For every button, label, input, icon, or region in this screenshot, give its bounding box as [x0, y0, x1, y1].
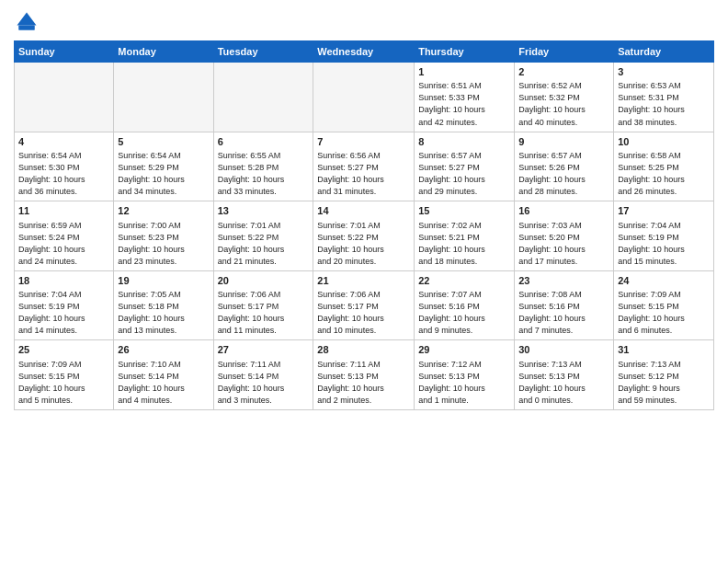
- calendar-week-4: 18Sunrise: 7:04 AM Sunset: 5:19 PM Dayli…: [15, 270, 714, 340]
- logo: [14, 9, 43, 35]
- day-info: Sunrise: 7:05 AM Sunset: 5:18 PM Dayligh…: [118, 289, 209, 337]
- day-number: 16: [518, 204, 609, 218]
- calendar-header-saturday: Saturday: [614, 41, 714, 63]
- calendar-cell: 26Sunrise: 7:10 AM Sunset: 5:14 PM Dayli…: [114, 340, 213, 410]
- calendar-header-wednesday: Wednesday: [313, 41, 415, 63]
- calendar-cell: [114, 63, 213, 132]
- day-info: Sunrise: 7:03 AM Sunset: 5:20 PM Dayligh…: [518, 220, 609, 268]
- day-info: Sunrise: 7:02 AM Sunset: 5:21 PM Dayligh…: [418, 220, 510, 268]
- calendar-cell: 22Sunrise: 7:07 AM Sunset: 5:16 PM Dayli…: [415, 270, 515, 340]
- day-info: Sunrise: 7:00 AM Sunset: 5:23 PM Dayligh…: [118, 220, 209, 268]
- calendar-cell: 14Sunrise: 7:01 AM Sunset: 5:22 PM Dayli…: [313, 201, 415, 271]
- day-number: 30: [518, 343, 609, 357]
- calendar-cell: 2Sunrise: 6:52 AM Sunset: 5:32 PM Daylig…: [515, 63, 614, 132]
- calendar-week-1: 1Sunrise: 6:51 AM Sunset: 5:33 PM Daylig…: [15, 63, 714, 132]
- calendar-cell: 31Sunrise: 7:13 AM Sunset: 5:12 PM Dayli…: [614, 340, 714, 410]
- day-info: Sunrise: 7:12 AM Sunset: 5:13 PM Dayligh…: [418, 359, 510, 407]
- day-number: 6: [218, 135, 310, 149]
- svg-rect-1: [18, 26, 35, 30]
- calendar-cell: 21Sunrise: 7:06 AM Sunset: 5:17 PM Dayli…: [313, 270, 415, 340]
- calendar-cell: 23Sunrise: 7:08 AM Sunset: 5:16 PM Dayli…: [515, 270, 614, 340]
- svg-marker-0: [17, 13, 37, 26]
- day-info: Sunrise: 7:13 AM Sunset: 5:12 PM Dayligh…: [618, 359, 710, 407]
- calendar-cell: [213, 63, 313, 132]
- day-number: 1: [418, 65, 510, 79]
- calendar-cell: 5Sunrise: 6:54 AM Sunset: 5:29 PM Daylig…: [114, 132, 213, 201]
- day-number: 14: [317, 204, 410, 218]
- calendar-header-monday: Monday: [114, 41, 213, 63]
- calendar-week-3: 11Sunrise: 6:59 AM Sunset: 5:24 PM Dayli…: [15, 201, 714, 271]
- calendar-cell: 18Sunrise: 7:04 AM Sunset: 5:19 PM Dayli…: [15, 270, 114, 340]
- day-info: Sunrise: 7:01 AM Sunset: 5:22 PM Dayligh…: [317, 220, 410, 268]
- day-info: Sunrise: 7:11 AM Sunset: 5:13 PM Dayligh…: [317, 359, 410, 407]
- day-number: 20: [218, 274, 310, 288]
- day-number: 28: [317, 343, 410, 357]
- day-info: Sunrise: 6:57 AM Sunset: 5:27 PM Dayligh…: [418, 150, 510, 198]
- calendar-cell: 20Sunrise: 7:06 AM Sunset: 5:17 PM Dayli…: [213, 270, 313, 340]
- calendar-cell: 6Sunrise: 6:55 AM Sunset: 5:28 PM Daylig…: [213, 132, 313, 201]
- calendar-cell: 8Sunrise: 6:57 AM Sunset: 5:27 PM Daylig…: [415, 132, 515, 201]
- day-number: 13: [218, 204, 310, 218]
- day-number: 3: [618, 65, 710, 79]
- calendar-header-row: SundayMondayTuesdayWednesdayThursdayFrid…: [15, 41, 714, 63]
- calendar-cell: 30Sunrise: 7:13 AM Sunset: 5:13 PM Dayli…: [515, 340, 614, 410]
- calendar-cell: 16Sunrise: 7:03 AM Sunset: 5:20 PM Dayli…: [515, 201, 614, 271]
- day-number: 31: [618, 343, 710, 357]
- day-number: 17: [618, 204, 710, 218]
- calendar-cell: 1Sunrise: 6:51 AM Sunset: 5:33 PM Daylig…: [415, 63, 515, 132]
- calendar-table: SundayMondayTuesdayWednesdayThursdayFrid…: [14, 40, 714, 410]
- day-number: 27: [218, 343, 310, 357]
- calendar-cell: 24Sunrise: 7:09 AM Sunset: 5:15 PM Dayli…: [614, 270, 714, 340]
- day-number: 22: [418, 274, 510, 288]
- day-number: 24: [618, 274, 710, 288]
- calendar-cell: 29Sunrise: 7:12 AM Sunset: 5:13 PM Dayli…: [415, 340, 515, 410]
- logo-icon: [14, 9, 40, 35]
- calendar-cell: 28Sunrise: 7:11 AM Sunset: 5:13 PM Dayli…: [313, 340, 415, 410]
- day-info: Sunrise: 6:57 AM Sunset: 5:26 PM Dayligh…: [518, 150, 609, 198]
- day-number: 7: [317, 135, 410, 149]
- calendar-cell: 15Sunrise: 7:02 AM Sunset: 5:21 PM Dayli…: [415, 201, 515, 271]
- day-info: Sunrise: 7:04 AM Sunset: 5:19 PM Dayligh…: [618, 220, 710, 268]
- day-number: 8: [418, 135, 510, 149]
- day-info: Sunrise: 7:01 AM Sunset: 5:22 PM Dayligh…: [218, 220, 310, 268]
- calendar-header-tuesday: Tuesday: [213, 41, 313, 63]
- calendar-cell: 11Sunrise: 6:59 AM Sunset: 5:24 PM Dayli…: [15, 201, 114, 271]
- calendar-cell: 27Sunrise: 7:11 AM Sunset: 5:14 PM Dayli…: [213, 340, 313, 410]
- calendar-cell: [15, 63, 114, 132]
- day-number: 10: [618, 135, 710, 149]
- page-container: SundayMondayTuesdayWednesdayThursdayFrid…: [0, 0, 728, 563]
- day-number: 18: [18, 274, 109, 288]
- day-info: Sunrise: 7:06 AM Sunset: 5:17 PM Dayligh…: [218, 289, 310, 337]
- day-number: 9: [518, 135, 609, 149]
- day-info: Sunrise: 7:04 AM Sunset: 5:19 PM Dayligh…: [18, 289, 109, 337]
- calendar-cell: 13Sunrise: 7:01 AM Sunset: 5:22 PM Dayli…: [213, 201, 313, 271]
- calendar-week-2: 4Sunrise: 6:54 AM Sunset: 5:30 PM Daylig…: [15, 132, 714, 201]
- day-number: 26: [118, 343, 209, 357]
- day-info: Sunrise: 6:59 AM Sunset: 5:24 PM Dayligh…: [18, 220, 109, 268]
- day-number: 15: [418, 204, 510, 218]
- day-info: Sunrise: 7:11 AM Sunset: 5:14 PM Dayligh…: [218, 359, 310, 407]
- calendar-header-sunday: Sunday: [15, 41, 114, 63]
- day-info: Sunrise: 7:06 AM Sunset: 5:17 PM Dayligh…: [317, 289, 410, 337]
- day-number: 4: [18, 135, 109, 149]
- calendar-cell: 9Sunrise: 6:57 AM Sunset: 5:26 PM Daylig…: [515, 132, 614, 201]
- day-info: Sunrise: 6:53 AM Sunset: 5:31 PM Dayligh…: [618, 80, 710, 128]
- calendar-week-5: 25Sunrise: 7:09 AM Sunset: 5:15 PM Dayli…: [15, 340, 714, 410]
- calendar-cell: 7Sunrise: 6:56 AM Sunset: 5:27 PM Daylig…: [313, 132, 415, 201]
- calendar-cell: 25Sunrise: 7:09 AM Sunset: 5:15 PM Dayli…: [15, 340, 114, 410]
- day-number: 2: [518, 65, 609, 79]
- calendar-header-friday: Friday: [515, 41, 614, 63]
- day-info: Sunrise: 7:07 AM Sunset: 5:16 PM Dayligh…: [418, 289, 510, 337]
- day-info: Sunrise: 6:58 AM Sunset: 5:25 PM Dayligh…: [618, 150, 710, 198]
- day-number: 11: [18, 204, 109, 218]
- day-number: 29: [418, 343, 510, 357]
- day-number: 5: [118, 135, 209, 149]
- day-info: Sunrise: 7:08 AM Sunset: 5:16 PM Dayligh…: [518, 289, 609, 337]
- calendar-header-thursday: Thursday: [415, 41, 515, 63]
- calendar-cell: 4Sunrise: 6:54 AM Sunset: 5:30 PM Daylig…: [15, 132, 114, 201]
- day-info: Sunrise: 6:56 AM Sunset: 5:27 PM Dayligh…: [317, 150, 410, 198]
- day-info: Sunrise: 6:55 AM Sunset: 5:28 PM Dayligh…: [218, 150, 310, 198]
- calendar-cell: 17Sunrise: 7:04 AM Sunset: 5:19 PM Dayli…: [614, 201, 714, 271]
- calendar-cell: 12Sunrise: 7:00 AM Sunset: 5:23 PM Dayli…: [114, 201, 213, 271]
- day-number: 12: [118, 204, 209, 218]
